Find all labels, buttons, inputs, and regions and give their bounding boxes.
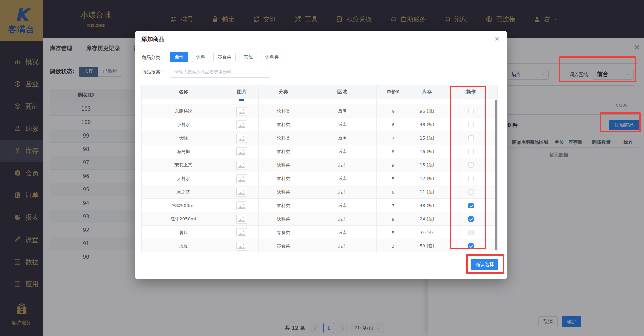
product-cell-area: 后库 xyxy=(308,172,377,185)
product-checkbox[interactable] xyxy=(468,189,474,195)
product-cell-price: 7 xyxy=(377,199,410,212)
product-checkbox[interactable] xyxy=(468,149,474,154)
table-scrollbar[interactable] xyxy=(495,99,497,253)
product-table-header: 名称图片分类区域单价¥库存操作 xyxy=(142,85,497,99)
image-placeholder-icon xyxy=(236,228,247,237)
product-cell-name: 果之茶 xyxy=(142,185,225,199)
product-cell-check xyxy=(444,158,497,172)
product-cell-img xyxy=(225,185,259,199)
product-row: 大补水饮料类后库512 (瓶) xyxy=(142,172,497,185)
product-cell-name: 火腿 xyxy=(142,239,225,253)
product-cell-category: 饮料类 xyxy=(259,172,308,185)
product-cell-name: 薯片 xyxy=(142,226,225,239)
product-cell-category: 零食类 xyxy=(259,239,308,253)
product-cell-check xyxy=(444,239,497,253)
product-cell-area: 后库 xyxy=(308,131,377,145)
product-cell-check xyxy=(444,172,497,185)
product-photo xyxy=(239,99,244,101)
product-cell-area: 后库 xyxy=(308,185,377,199)
image-placeholder-icon xyxy=(236,147,247,156)
product-cell-name: 小补水 xyxy=(142,118,225,131)
image-placeholder-icon xyxy=(236,201,247,210)
product-cell-area: 后库 xyxy=(308,226,377,239)
product-cell-img xyxy=(225,239,259,253)
product-checkbox[interactable] xyxy=(468,122,474,127)
product-column-header: 单价¥ xyxy=(377,85,410,99)
product-row: 红牛2050ml饮料类后库824 (瓶) xyxy=(142,212,497,225)
product-cell-img xyxy=(225,118,259,131)
image-placeholder-icon xyxy=(236,174,247,183)
product-cell-img xyxy=(225,158,259,172)
product-cell-stock: 15 (瓶) xyxy=(410,131,444,145)
product-row: 火腿零食类后库350 (包) xyxy=(142,239,497,252)
product-cell-stock: 96 (瓶) xyxy=(410,104,444,118)
category-chip-4[interactable]: 其他 xyxy=(239,52,257,62)
product-checkbox[interactable] xyxy=(468,203,474,208)
product-cell-stock: 0 (包) xyxy=(410,226,444,239)
category-filter-label: 商品分类: xyxy=(141,55,162,61)
product-cell-category: 饮料类 xyxy=(259,199,308,212)
product-cell-price: 6 xyxy=(377,118,410,131)
product-cell-stock: 11 (瓶) xyxy=(410,185,444,199)
app-screen: 小璟台球 NO.263 排号锁定交班工具积分兑换自助服务消息已连接鑫 K 客满台… xyxy=(0,0,644,336)
category-chip-3[interactable]: 零食类 xyxy=(213,52,236,62)
product-cell-area: 后库 xyxy=(308,104,377,118)
product-column-header: 操作 xyxy=(444,85,497,99)
product-cell-name: 大咖 xyxy=(142,131,225,145)
modal-close-icon[interactable]: ✕ xyxy=(494,35,500,42)
product-cell-name: 东鹏特饮 xyxy=(142,104,225,118)
product-cell-name: 雪碧500ml xyxy=(142,199,225,212)
product-checkbox[interactable] xyxy=(468,230,474,235)
product-cell-price: 7 xyxy=(377,99,410,104)
image-placeholder-icon xyxy=(236,120,247,129)
product-cell-area: 后库 xyxy=(308,212,377,226)
category-chip-2[interactable]: 饮料 xyxy=(192,52,210,62)
image-placeholder-icon xyxy=(236,107,247,116)
product-cell-name: 脉动 xyxy=(142,99,225,104)
product-checkbox[interactable] xyxy=(468,162,474,168)
product-cell-price: 5 xyxy=(377,104,410,118)
product-cell-price: 5 xyxy=(377,226,410,239)
product-cell-check xyxy=(444,226,497,239)
product-cell-check xyxy=(444,212,497,226)
product-cell-name: 海岛椰 xyxy=(142,145,225,158)
category-chip-1[interactable]: 全部 xyxy=(170,52,188,62)
product-cell-img xyxy=(225,104,259,118)
product-cell-check xyxy=(444,99,497,104)
scrollbar-thumb[interactable] xyxy=(495,100,497,250)
category-chips: 全部饮料零食类其他饮料类 xyxy=(170,52,283,62)
product-cell-price: 9 xyxy=(377,158,410,172)
product-row: 果之茶饮料类后库611 (瓶) xyxy=(142,185,497,198)
product-checkbox[interactable] xyxy=(468,99,474,100)
product-cell-category: 饮料类 xyxy=(259,158,308,172)
confirm-selection-button[interactable]: 确认选择 xyxy=(471,259,498,270)
product-search-input[interactable] xyxy=(170,66,270,78)
product-checkbox[interactable] xyxy=(468,109,474,114)
product-checkbox[interactable] xyxy=(468,243,474,249)
product-cell-img xyxy=(225,212,259,226)
product-checkbox[interactable] xyxy=(468,176,474,181)
product-search-label: 商品搜索: xyxy=(141,69,162,75)
product-column-header: 图片 xyxy=(225,85,259,99)
add-product-modal: 添加商品 ✕ 商品分类: 全部饮料零食类其他饮料类 商品搜索: 名称图片分类区域… xyxy=(135,31,507,279)
category-chip-5[interactable]: 饮料类 xyxy=(261,52,283,62)
image-placeholder-icon xyxy=(236,161,247,170)
product-cell-name: 大补水 xyxy=(142,172,225,185)
product-row: 东鹏特饮饮料类后库596 (瓶) xyxy=(142,104,497,118)
image-placeholder-icon xyxy=(236,134,247,143)
product-column-header: 区域 xyxy=(308,85,377,99)
product-cell-img xyxy=(225,99,259,104)
product-row: 脉动饮料后库7100 (瓶) xyxy=(142,99,497,104)
product-cell-area: 后库 xyxy=(308,145,377,158)
product-cell-category: 饮料类 xyxy=(259,118,308,131)
product-checkbox[interactable] xyxy=(468,216,474,222)
product-cell-category: 饮料类 xyxy=(259,212,308,226)
product-cell-stock: 100 (瓶) xyxy=(410,99,444,104)
modal-header: 添加商品 ✕ xyxy=(135,31,507,47)
modal-title: 添加商品 xyxy=(141,35,164,43)
product-cell-img xyxy=(225,226,259,239)
product-cell-stock: 48 (瓶) xyxy=(410,118,444,131)
product-cell-category: 零食类 xyxy=(259,226,308,239)
product-checkbox[interactable] xyxy=(468,135,474,141)
product-row: 大咖饮料类后库715 (瓶) xyxy=(142,131,497,145)
